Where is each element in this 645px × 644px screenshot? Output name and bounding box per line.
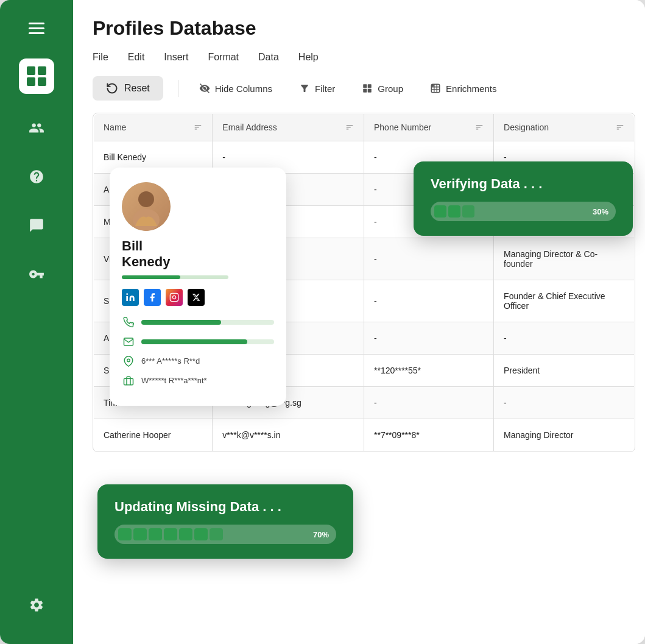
cell-email: v***k@v****s.in xyxy=(213,419,364,451)
sidebar-logo[interactable] xyxy=(19,58,54,94)
location-icon xyxy=(122,355,135,368)
group-label: Group xyxy=(378,83,403,94)
svg-rect-8 xyxy=(368,89,372,93)
sidebar-item-chat[interactable] xyxy=(22,211,51,240)
sidebar-item-settings[interactable] xyxy=(22,590,51,620)
sidebar-item-people[interactable] xyxy=(22,113,51,143)
reset-button[interactable]: Reset xyxy=(93,76,163,101)
sidebar-item-key[interactable] xyxy=(22,260,51,289)
cell-phone: - xyxy=(364,238,493,280)
phone-bar xyxy=(141,320,274,325)
page-title: Profiles Database xyxy=(93,17,626,40)
sidebar-bottom xyxy=(22,590,51,629)
svg-rect-1 xyxy=(38,66,46,75)
menu-format[interactable]: Format xyxy=(208,51,239,64)
menu-bar: File Edit Insert Format Data Help xyxy=(93,51,626,64)
profile-address-row: 6*** A*****s R**d xyxy=(122,355,274,368)
profile-bar xyxy=(122,275,228,279)
profile-socials xyxy=(122,289,274,306)
cell-designation: Managing Director & Co-founder xyxy=(494,238,635,280)
cell-phone: - xyxy=(364,280,493,322)
svg-rect-7 xyxy=(364,89,367,93)
menu-file[interactable]: File xyxy=(93,51,108,64)
toolbar: Reset Hide Columns Filter xyxy=(93,76,626,113)
table-header-row: Name Email Address xyxy=(94,114,635,141)
facebook-icon[interactable] xyxy=(144,289,161,306)
profile-address: 6*** A*****s R**d xyxy=(141,356,200,366)
cell-designation: - xyxy=(494,387,635,419)
email-icon xyxy=(122,335,135,349)
menu-data[interactable]: Data xyxy=(258,51,279,64)
main-content: Profiles Database File Edit Insert Forma… xyxy=(73,0,645,644)
svg-rect-3 xyxy=(38,77,46,86)
table-area: Name Email Address xyxy=(73,113,645,644)
profile-company-row: W*****t R***a***nt* xyxy=(122,374,274,387)
hide-columns-label: Hide Columns xyxy=(215,83,272,94)
svg-point-14 xyxy=(126,293,128,295)
cell-designation: President xyxy=(494,355,635,387)
table-row: Catherine Hooper v***k@v****s.in **7**09… xyxy=(94,419,635,451)
cell-phone: **120****55* xyxy=(364,355,493,387)
profile-avatar xyxy=(122,182,171,231)
profile-company: W*****t R***a***nt* xyxy=(141,376,207,385)
updating-data-popup[interactable]: Updating Missing Data . . . 70% xyxy=(97,484,353,559)
menu-insert[interactable]: Insert xyxy=(164,51,188,64)
menu-icon[interactable] xyxy=(23,15,50,41)
main-header: Profiles Database File Edit Insert Forma… xyxy=(73,0,645,113)
email-bar xyxy=(141,339,274,344)
updating-progress-bar: 70% xyxy=(115,525,336,544)
col-header-designation[interactable]: Designation xyxy=(494,114,635,141)
verifying-title: Verifying Data . . . xyxy=(431,176,616,192)
hide-columns-button[interactable]: Hide Columns xyxy=(193,79,278,97)
filter-label: Filter xyxy=(315,83,335,94)
profile-phone-row xyxy=(122,316,274,329)
cell-designation: Managing Director xyxy=(494,419,635,451)
linkedin-icon[interactable] xyxy=(122,289,139,306)
profile-name: BillKenedy xyxy=(122,238,274,271)
cell-name: Catherine Hooper xyxy=(94,419,213,451)
col-header-phone[interactable]: Phone Number xyxy=(364,114,493,141)
group-button[interactable]: Group xyxy=(356,79,409,97)
toolbar-separator xyxy=(178,80,178,97)
col-header-email[interactable]: Email Address xyxy=(213,114,364,141)
enrichments-label: Enrichments xyxy=(446,83,496,94)
reset-label: Reset xyxy=(124,83,150,94)
verifying-progress-label: 30% xyxy=(593,207,608,216)
cell-phone: **7**09***8* xyxy=(364,419,493,451)
phone-icon xyxy=(122,316,135,329)
sidebar-item-help[interactable] xyxy=(22,162,51,191)
enrichments-button[interactable]: Enrichments xyxy=(424,79,502,97)
profile-card[interactable]: BillKenedy xyxy=(110,168,286,406)
updating-title: Updating Missing Data . . . xyxy=(115,499,336,515)
filter-button[interactable]: Filter xyxy=(293,79,341,97)
sidebar xyxy=(0,0,73,644)
sidebar-nav xyxy=(22,113,51,590)
svg-rect-0 xyxy=(27,66,35,75)
twitter-x-icon[interactable] xyxy=(188,289,205,306)
svg-rect-6 xyxy=(368,84,372,88)
menu-edit[interactable]: Edit xyxy=(128,51,145,64)
svg-rect-5 xyxy=(364,84,367,88)
verifying-progress-bar: 30% xyxy=(431,202,616,221)
cell-designation: Founder & Chief Executive Officer xyxy=(494,280,635,322)
cell-designation: - xyxy=(494,322,635,355)
menu-help[interactable]: Help xyxy=(298,51,319,64)
instagram-icon[interactable] xyxy=(166,289,183,306)
company-icon xyxy=(122,374,135,387)
updating-progress-label: 70% xyxy=(313,530,329,539)
verifying-data-popup[interactable]: Verifying Data . . . 30% xyxy=(414,161,633,236)
col-header-name[interactable]: Name xyxy=(94,114,213,141)
cell-phone: - xyxy=(364,322,493,355)
cell-phone: - xyxy=(364,387,493,419)
svg-point-12 xyxy=(138,191,154,207)
svg-point-17 xyxy=(127,359,130,362)
svg-point-10 xyxy=(432,85,434,87)
svg-rect-2 xyxy=(27,77,35,86)
profile-email-row xyxy=(122,335,274,349)
